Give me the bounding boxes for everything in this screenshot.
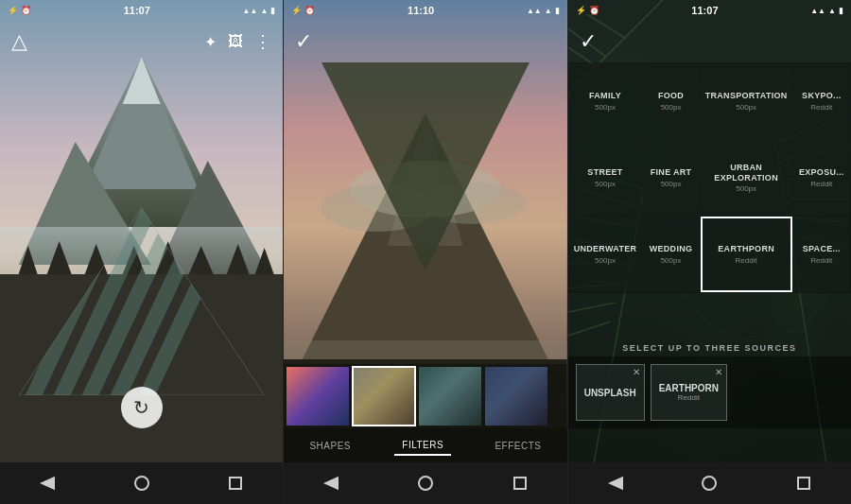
panel2-toolbar: ✓	[284, 21, 566, 62]
shapes-tab[interactable]: SHAPES	[302, 437, 358, 455]
source-grid: FAMILY 500px FOOD 500px TRANSPORTATION 5…	[568, 62, 851, 293]
panel-wallpaper: ⚡ ⏰ 11:07 ▲▲ ▲ ▮ △ ✦ 🖼 ⋮ ↻	[0, 0, 283, 504]
status-bar-2: ⚡ ⏰ 11:10 ▲▲ ▲ ▮	[284, 0, 566, 21]
status-time-2: 11:10	[408, 5, 434, 16]
panel1-toolbar: △ ✦ 🖼 ⋮	[0, 21, 283, 62]
filter-thumb-1[interactable]	[286, 366, 350, 426]
nav-bar-1	[0, 462, 283, 504]
source-cell-underwater[interactable]: UNDERWATER 500px	[569, 217, 642, 292]
wifi-icon-3: ▲	[828, 7, 836, 15]
filter-thumb-3[interactable]	[418, 366, 482, 426]
wifi-icon: ▲	[260, 7, 268, 15]
source-cell-skyporn[interactable]: SKYPO... Reddit	[793, 63, 850, 139]
status-left-3: ⚡ ⏰	[576, 6, 599, 15]
recents-button-1[interactable]	[215, 462, 256, 504]
nav-bar-3	[568, 462, 851, 504]
more-icon[interactable]: ⋮	[254, 31, 271, 52]
svg-rect-20	[19, 208, 102, 395]
source-cell-spaceporn[interactable]: SPACE... Reddit	[793, 217, 850, 292]
check-button-2[interactable]: ✓	[295, 29, 312, 54]
big-triangle	[321, 62, 530, 270]
source-cell-street[interactable]: STREET 500px	[569, 140, 642, 216]
source-cell-exposure[interactable]: EXPOSU... Reddit	[793, 140, 850, 216]
gallery-icon[interactable]: 🖼	[228, 33, 243, 50]
bluetooth-icon-3: ⚡	[576, 6, 586, 15]
chip-close-unsplash[interactable]: ✕	[633, 367, 640, 377]
source-cell-family[interactable]: FAMILY 500px	[569, 63, 642, 139]
select-sources-label: SELECT UP TO THREE SOURCES	[568, 343, 851, 353]
chip-close-earthporn[interactable]: ✕	[715, 367, 722, 377]
status-right-1: ▲▲ ▲ ▮	[243, 6, 276, 15]
signal-icon: ▲▲	[243, 7, 258, 15]
wifi-icon-2: ▲	[545, 7, 552, 15]
back-button-3[interactable]	[595, 462, 636, 504]
source-cell-earthporn[interactable]: EARTHPORN Reddit	[701, 217, 792, 292]
panel3-toolbar: ✓	[568, 21, 851, 62]
chip-earthporn[interactable]: ✕ EARTHPORN Reddit	[651, 364, 727, 421]
battery-icon-3: ▮	[839, 6, 843, 15]
check-button-3[interactable]: ✓	[580, 29, 597, 54]
status-left-1: ⚡ ⏰	[8, 6, 31, 15]
nav-bar-2	[284, 462, 566, 504]
refresh-icon: ↻	[133, 396, 149, 419]
alarm-icon-3: ⏰	[589, 6, 599, 15]
filter-tabs: SHAPES FILTERS EFFECTS	[284, 428, 566, 462]
source-cell-transportation[interactable]: TRANSPORTATION 500px	[701, 63, 792, 139]
selected-sources-row: ✕ UNSPLASH ✕ EARTHPORN Reddit	[568, 356, 851, 428]
status-time-1: 11:07	[124, 5, 150, 16]
battery-icon: ▮	[270, 6, 275, 15]
recents-button-2[interactable]	[499, 462, 541, 504]
signal-icon-2: ▲▲	[527, 7, 542, 15]
back-button-1[interactable]	[26, 462, 68, 504]
back-button-2[interactable]	[310, 462, 352, 504]
source-cell-food[interactable]: FOOD 500px	[642, 63, 699, 139]
filters-tab[interactable]: FILTERS	[394, 436, 451, 456]
status-time-3: 11:07	[691, 5, 718, 16]
stripe-overlay	[19, 208, 264, 395]
bluetooth-icon-2: ⚡	[291, 6, 302, 15]
status-left-2: ⚡ ⏰	[291, 6, 315, 15]
refresh-button[interactable]: ↻	[121, 387, 163, 428]
alarm-icon-2: ⏰	[304, 6, 315, 15]
triangle-logo-icon: △	[11, 29, 27, 54]
panel-sources: ⚡ ⏰ 11:07 ▲▲ ▲ ▮ ✓ FAMILY 500px FOOD 500…	[567, 0, 851, 504]
bluetooth-icon: ⚡	[8, 6, 18, 15]
recents-button-3[interactable]	[783, 462, 825, 504]
status-right-3: ▲▲ ▲ ▮	[810, 6, 843, 15]
effects-tab[interactable]: EFFECTS	[487, 437, 548, 455]
battery-icon-2: ▮	[555, 6, 560, 15]
status-bar-3: ⚡ ⏰ 11:07 ▲▲ ▲ ▮	[568, 0, 851, 21]
status-bar-1: ⚡ ⏰ 11:07 ▲▲ ▲ ▮	[0, 0, 283, 21]
source-cell-urban[interactable]: URBAN EXPLORATION 500px	[701, 140, 792, 216]
home-button-2[interactable]	[405, 462, 446, 504]
signal-icon-3: ▲▲	[810, 7, 825, 15]
filter-thumb-4[interactable]	[484, 366, 548, 426]
filter-row	[284, 364, 566, 428]
source-cell-wedding[interactable]: WEDDING 500px	[642, 217, 699, 292]
wand-icon[interactable]: ✦	[204, 33, 217, 51]
filter-thumb-2[interactable]	[352, 366, 416, 426]
status-right-2: ▲▲ ▲ ▮	[527, 6, 560, 15]
home-button-3[interactable]	[688, 462, 730, 504]
panel-editor: ⚡ ⏰ 11:10 ▲▲ ▲ ▮ ✓ SHAPES FILTERS EFFECT…	[283, 0, 566, 504]
source-cell-fineart[interactable]: FINE ART 500px	[642, 140, 699, 216]
alarm-icon: ⏰	[21, 6, 31, 15]
home-button-1[interactable]	[121, 462, 163, 504]
chip-unsplash[interactable]: ✕ UNSPLASH	[576, 364, 645, 421]
